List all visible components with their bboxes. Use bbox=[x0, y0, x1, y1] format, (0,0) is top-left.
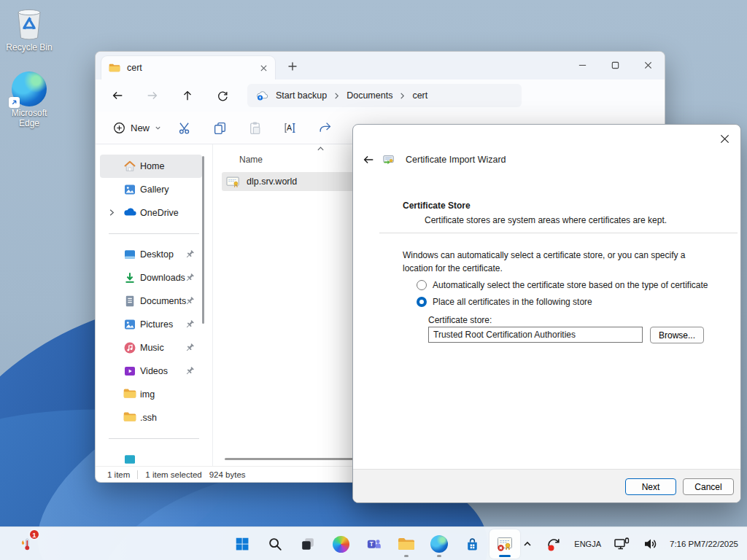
edge-icon bbox=[12, 71, 47, 106]
dialog-back-icon[interactable] bbox=[362, 153, 375, 166]
recording-sync-icon[interactable] bbox=[542, 530, 565, 558]
refresh-button[interactable] bbox=[208, 83, 237, 108]
taskbar: 1 T bbox=[0, 526, 747, 560]
certificate-wizard-icon bbox=[495, 535, 514, 553]
start-button[interactable] bbox=[227, 529, 258, 559]
next-button[interactable]: Next bbox=[625, 478, 676, 495]
clock[interactable]: 7:16 PM 7/22/2025 bbox=[668, 530, 741, 558]
network-icon[interactable] bbox=[610, 530, 633, 558]
up-button[interactable] bbox=[173, 83, 202, 108]
paste-button[interactable] bbox=[241, 117, 268, 139]
folder-icon bbox=[398, 537, 415, 551]
teams-button[interactable]: T bbox=[358, 529, 389, 559]
sidebar-divider bbox=[109, 233, 199, 234]
certificate-wizard-taskbar-button[interactable] bbox=[489, 529, 520, 559]
certificate-import-wizard-dialog: Certificate Import Wizard Certificate St… bbox=[352, 124, 741, 503]
sidebar-item-ssh[interactable]: .ssh bbox=[100, 406, 202, 429]
sidebar-item-documents[interactable]: Documents bbox=[100, 289, 202, 313]
teams-icon: T bbox=[365, 536, 382, 553]
sidebar-item-home[interactable]: Home bbox=[100, 155, 202, 178]
sidebar-item-this-pc[interactable] bbox=[100, 448, 202, 466]
certificate-store-input[interactable] bbox=[428, 327, 643, 343]
search-button[interactable] bbox=[260, 529, 290, 559]
item-count: 1 item bbox=[107, 470, 130, 479]
radio-checked-icon[interactable] bbox=[417, 297, 427, 307]
dialog-footer: Next Cancel bbox=[353, 469, 740, 502]
breadcrumb-start-backup[interactable]: Start backup bbox=[276, 90, 327, 101]
system-tray: ENG JA 7:16 PM 7/22/2025 bbox=[519, 527, 741, 560]
radio-place-all-certificates[interactable]: Place all certificates in the following … bbox=[417, 297, 592, 307]
wizard-page-heading: Certificate Store bbox=[403, 201, 471, 211]
file-name: dlp.srv.world bbox=[247, 176, 297, 187]
sidebar-item-onedrive[interactable]: OneDrive bbox=[100, 201, 202, 225]
sort-ascending-icon[interactable] bbox=[317, 146, 325, 152]
chevron-down-icon bbox=[155, 125, 161, 131]
minimize-button[interactable] bbox=[566, 52, 599, 78]
column-header-name[interactable]: Name bbox=[239, 155, 263, 165]
svg-text:A: A bbox=[286, 123, 292, 132]
selection-size: 924 bytes bbox=[209, 470, 246, 479]
breadcrumb-documents[interactable]: Documents bbox=[347, 90, 392, 101]
recycle-bin-desktop-icon[interactable]: Recycle Bin bbox=[3, 6, 55, 53]
selection-count: 1 item selected bbox=[145, 470, 201, 479]
share-button[interactable] bbox=[311, 117, 338, 139]
notification-badge: 1 bbox=[28, 529, 40, 540]
sidebar-item-desktop[interactable]: Desktop bbox=[100, 243, 202, 266]
copilot-icon bbox=[333, 536, 349, 553]
sidebar-scrollbar[interactable] bbox=[202, 156, 204, 324]
new-button[interactable]: New bbox=[106, 117, 169, 139]
tray-chevron-up-icon[interactable] bbox=[519, 530, 536, 558]
language-primary: ENG bbox=[574, 539, 592, 549]
pin-icon bbox=[185, 343, 195, 353]
sidebar-item-videos[interactable]: Videos bbox=[100, 359, 202, 383]
recycle-bin-label: Recycle Bin bbox=[6, 43, 52, 53]
edge-desktop-icon[interactable]: Microsoft Edge bbox=[3, 71, 55, 129]
desktop-icon bbox=[123, 248, 136, 261]
close-button[interactable] bbox=[632, 52, 665, 78]
widgets-weather-button[interactable]: 1 bbox=[12, 530, 41, 558]
sidebar-item-gallery[interactable]: Gallery bbox=[100, 178, 202, 201]
cut-button[interactable] bbox=[171, 117, 198, 139]
music-icon bbox=[123, 341, 136, 354]
cancel-button[interactable]: Cancel bbox=[683, 478, 734, 495]
chevron-right-icon bbox=[333, 92, 340, 100]
sidebar-item-downloads[interactable]: Downloads bbox=[100, 266, 202, 289]
pin-icon bbox=[185, 296, 195, 306]
documents-icon bbox=[123, 295, 136, 308]
svg-text:T: T bbox=[369, 540, 373, 547]
sidebar-item-music[interactable]: Music bbox=[100, 336, 202, 359]
radio-unchecked-icon[interactable] bbox=[417, 280, 427, 290]
dialog-close-button[interactable] bbox=[713, 128, 736, 149]
window-controls bbox=[566, 52, 665, 78]
sidebar-item-img[interactable]: img bbox=[100, 383, 202, 406]
language-indicator[interactable]: ENG JA bbox=[571, 530, 604, 558]
tab-close-icon[interactable] bbox=[260, 64, 268, 72]
back-button[interactable] bbox=[103, 83, 132, 108]
edge-button[interactable] bbox=[424, 529, 454, 559]
sidebar-item-pictures[interactable]: Pictures bbox=[100, 313, 202, 336]
tab-cert[interactable]: cert bbox=[101, 56, 275, 79]
maximize-button[interactable] bbox=[599, 52, 632, 78]
volume-icon[interactable] bbox=[639, 530, 662, 558]
forward-button[interactable] bbox=[138, 83, 167, 108]
browse-button[interactable]: Browse... bbox=[650, 327, 704, 343]
microsoft-store-button[interactable] bbox=[457, 529, 487, 559]
radio-auto-label: Automatically select the certificate sto… bbox=[433, 280, 708, 290]
windows-logo-icon bbox=[234, 536, 250, 552]
file-explorer-button[interactable] bbox=[391, 529, 422, 559]
task-view-button[interactable] bbox=[293, 529, 323, 559]
radio-auto-select-store[interactable]: Automatically select the certificate sto… bbox=[417, 280, 708, 290]
explorer-nav-bar: Start backup Documents cert bbox=[96, 79, 665, 112]
certificate-wizard-icon bbox=[382, 154, 395, 166]
chevron-expand-icon[interactable] bbox=[107, 208, 116, 217]
rename-button[interactable]: A bbox=[276, 117, 303, 139]
new-tab-button[interactable] bbox=[284, 58, 301, 75]
home-icon bbox=[123, 160, 136, 173]
copilot-button[interactable] bbox=[325, 529, 356, 559]
header-divider bbox=[379, 233, 738, 233]
breadcrumb-cert[interactable]: cert bbox=[412, 90, 427, 101]
time: 7:16 PM bbox=[670, 539, 701, 550]
pin-icon bbox=[185, 273, 195, 283]
dialog-title: Certificate Import Wizard bbox=[406, 155, 506, 165]
copy-button[interactable] bbox=[206, 117, 233, 139]
